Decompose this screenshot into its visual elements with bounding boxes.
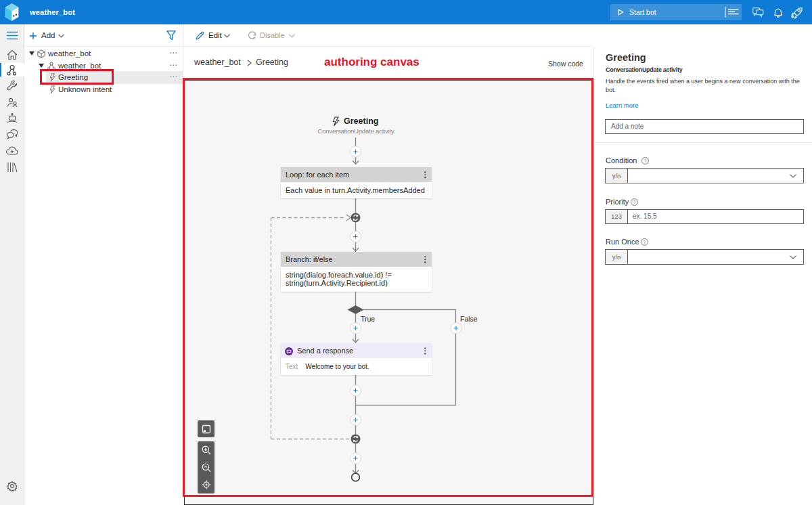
svg-text:?: ? bbox=[644, 158, 647, 163]
svg-text:?: ? bbox=[633, 200, 636, 204]
svg-text:?: ? bbox=[644, 240, 646, 244]
